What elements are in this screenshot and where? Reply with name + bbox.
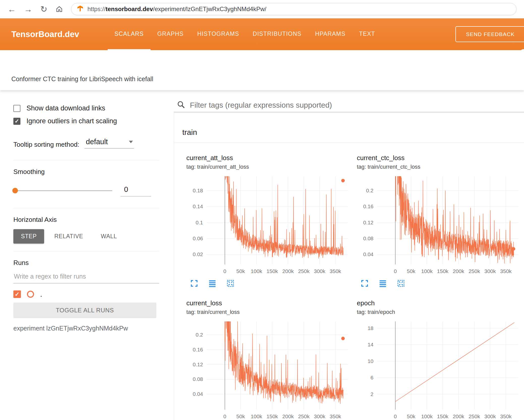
url-domain: tensorboard.dev bbox=[106, 6, 153, 12]
chart-toolbar bbox=[190, 279, 357, 288]
chart-card-current-loss: current_loss tag: train/current_loss 0.0… bbox=[186, 299, 357, 420]
smoothing-slider[interactable] bbox=[13, 188, 112, 193]
address-bar[interactable]: https://tensorboard.dev/experiment/lzGnE… bbox=[71, 3, 516, 15]
svg-text:300k: 300k bbox=[314, 268, 326, 274]
settings-sidebar: Show data download links Ignore outliers… bbox=[0, 90, 164, 420]
svg-text:0: 0 bbox=[223, 413, 226, 419]
svg-text:50k: 50k bbox=[407, 268, 415, 274]
line-chart-plot[interactable]: 0.040.080.120.160.2050k100k150k200k250k3… bbox=[357, 173, 524, 278]
chevron-down-icon bbox=[129, 141, 133, 143]
show-download-links-checkbox[interactable] bbox=[13, 105, 20, 112]
content: Show data download links Ignore outliers… bbox=[0, 90, 524, 420]
chart-title: current_att_loss bbox=[186, 154, 357, 162]
fit-domain-icon[interactable] bbox=[226, 279, 235, 288]
svg-text:0: 0 bbox=[394, 268, 397, 274]
train-section-card: train current_att_loss tag: train/curren… bbox=[174, 113, 524, 420]
line-chart-plot[interactable]: 26101418050k100k150k200k250k300k350k bbox=[357, 318, 524, 420]
back-icon[interactable]: ← bbox=[8, 5, 16, 13]
svg-text:50k: 50k bbox=[236, 413, 245, 419]
line-chart-plot[interactable]: 0.040.080.120.160.2050k100k150k200k250k3… bbox=[186, 318, 357, 420]
url-text: https://tensorboard.dev/experiment/lzGnE… bbox=[88, 6, 267, 13]
svg-text:18: 18 bbox=[368, 325, 373, 331]
runs-filter-input[interactable] bbox=[13, 273, 159, 283]
chart-tag: tag: train/current_att_loss bbox=[186, 164, 357, 170]
axis-relative-button[interactable]: RELATIVE bbox=[47, 229, 91, 244]
filter-tags-input[interactable] bbox=[190, 101, 524, 109]
expand-chart-icon[interactable] bbox=[360, 279, 369, 288]
svg-text:0.02: 0.02 bbox=[193, 251, 203, 257]
svg-text:150k: 150k bbox=[437, 268, 449, 274]
axis-step-button[interactable]: STEP bbox=[13, 229, 44, 244]
tooltip-sorting-row: Tooltip sorting method: default bbox=[13, 138, 159, 148]
svg-text:100k: 100k bbox=[421, 268, 433, 274]
svg-text:200k: 200k bbox=[453, 413, 464, 419]
chart-card-current-att-loss: current_att_loss tag: train/current_att_… bbox=[186, 154, 357, 288]
view-data-icon[interactable] bbox=[208, 279, 217, 288]
tooltip-sorting-select[interactable]: default bbox=[84, 138, 134, 148]
svg-text:350k: 350k bbox=[500, 413, 512, 419]
divider bbox=[13, 160, 159, 160]
section-title[interactable]: train bbox=[174, 113, 524, 137]
svg-text:50k: 50k bbox=[407, 413, 415, 419]
slider-track[interactable] bbox=[13, 190, 112, 191]
svg-text:50k: 50k bbox=[236, 268, 245, 274]
experiment-subtitle-bar: Conformer CTC training for LibriSpeech w… bbox=[0, 50, 524, 90]
chart-title: current_loss bbox=[186, 299, 357, 307]
tab-histograms[interactable]: HISTOGRAMS bbox=[190, 18, 246, 50]
run-checkbox[interactable] bbox=[13, 290, 21, 298]
fit-domain-icon[interactable] bbox=[397, 279, 405, 288]
line-chart-plot[interactable]: 0.020.060.10.140.18050k100k150k200k250k3… bbox=[186, 173, 357, 278]
send-feedback-button[interactable]: SEND FEEDBACK bbox=[455, 26, 524, 42]
expand-chart-icon[interactable] bbox=[190, 279, 198, 288]
svg-text:0.12: 0.12 bbox=[193, 362, 203, 367]
svg-text:0.18: 0.18 bbox=[193, 188, 203, 193]
smoothing-label: Smoothing bbox=[13, 168, 159, 176]
svg-text:0.08: 0.08 bbox=[363, 235, 373, 241]
smoothing-row: 0 bbox=[13, 185, 159, 196]
svg-text:200k: 200k bbox=[453, 268, 464, 274]
svg-text:0.14: 0.14 bbox=[193, 203, 203, 209]
svg-text:0.2: 0.2 bbox=[196, 332, 203, 338]
search-icon bbox=[177, 100, 185, 110]
tooltip-sorting-value: default bbox=[86, 138, 108, 146]
reload-icon[interactable]: ↻ bbox=[40, 5, 47, 13]
svg-text:10: 10 bbox=[368, 358, 373, 364]
tab-graphs[interactable]: GRAPHS bbox=[151, 18, 190, 50]
main-nav: SCALARS GRAPHS HISTOGRAMS DISTRIBUTIONS … bbox=[108, 18, 382, 50]
run-name: . bbox=[40, 290, 42, 298]
svg-text:300k: 300k bbox=[314, 413, 326, 419]
svg-text:0.08: 0.08 bbox=[193, 376, 203, 382]
chart-card-current-ctc-loss: current_ctc_loss tag: train/current_ctc_… bbox=[357, 154, 524, 288]
divider bbox=[13, 208, 159, 208]
tab-scalars[interactable]: SCALARS bbox=[108, 18, 151, 50]
brand-title[interactable]: TensorBoard.dev bbox=[11, 29, 108, 39]
svg-text:250k: 250k bbox=[298, 268, 310, 274]
tab-distributions[interactable]: DISTRIBUTIONS bbox=[246, 18, 308, 50]
forward-icon[interactable]: → bbox=[24, 5, 32, 13]
svg-text:250k: 250k bbox=[469, 413, 480, 419]
smoothing-value[interactable]: 0 bbox=[121, 185, 151, 196]
chart-card-epoch: epoch tag: train/epoch 26101418050k100k1… bbox=[357, 299, 524, 420]
home-icon[interactable] bbox=[55, 5, 63, 13]
tab-text[interactable]: TEXT bbox=[352, 18, 382, 50]
svg-text:350k: 350k bbox=[330, 413, 341, 419]
svg-text:150k: 150k bbox=[267, 413, 278, 419]
ignore-outliers-checkbox[interactable] bbox=[13, 118, 20, 125]
svg-text:100k: 100k bbox=[251, 268, 262, 274]
view-data-icon[interactable] bbox=[379, 279, 387, 288]
tensorboard-favicon bbox=[77, 5, 83, 13]
experiment-id-caption: experiment lzGnETjwRxC3yghNMd4kPw bbox=[13, 325, 159, 332]
svg-text:14: 14 bbox=[368, 342, 374, 347]
svg-text:6: 6 bbox=[370, 375, 373, 380]
tab-hparams[interactable]: HPARAMS bbox=[308, 18, 352, 50]
slider-thumb[interactable] bbox=[12, 188, 18, 193]
svg-text:0.16: 0.16 bbox=[363, 203, 373, 209]
svg-text:0: 0 bbox=[394, 413, 397, 419]
toggle-all-runs-button[interactable]: TOGGLE ALL RUNS bbox=[13, 303, 156, 318]
svg-text:350k: 350k bbox=[500, 268, 512, 274]
svg-text:0.1: 0.1 bbox=[196, 220, 203, 225]
horizontal-axis-options: STEP RELATIVE WALL bbox=[13, 229, 159, 244]
run-color-indicator[interactable] bbox=[27, 291, 34, 298]
axis-wall-button[interactable]: WALL bbox=[93, 229, 125, 244]
chart-tag: tag: train/epoch bbox=[357, 309, 524, 315]
